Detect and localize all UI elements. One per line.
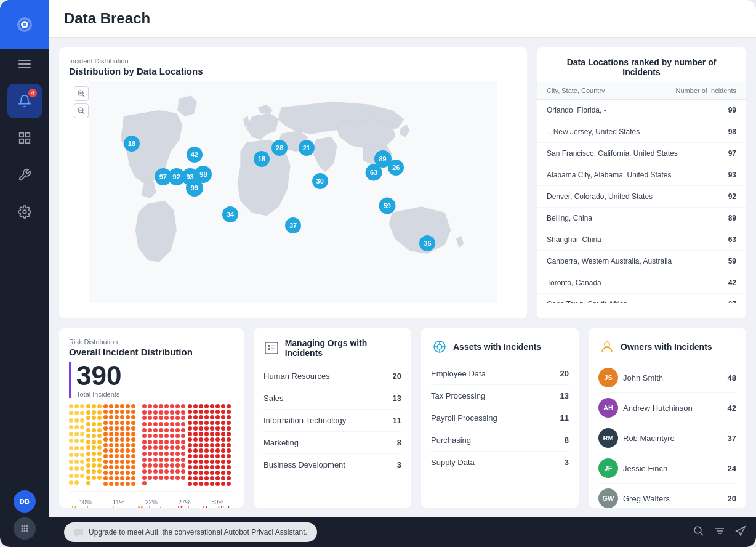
content-area: Incident Distribution Distribution by Da… — [49, 38, 756, 517]
map-marker-34[interactable]: 34 — [222, 206, 238, 222]
chat-text: Upgrade to meet Auti, the conversational… — [89, 528, 307, 537]
map-marker-36[interactable]: 36 — [419, 235, 435, 251]
svg-rect-33 — [271, 350, 273, 351]
map-marker-18-na[interactable]: 18 — [124, 136, 140, 152]
sidebar-nav: 4 — [7, 79, 42, 483]
dot-section — [86, 404, 102, 486]
risk-level-item: 22% Moderate 90 — [135, 496, 168, 508]
col-city-label: City, State, Country — [547, 87, 605, 94]
owner-avatar: GW — [598, 488, 618, 508]
risk-card: Risk Distribution Overall Incident Distr… — [59, 328, 244, 508]
risk-total-label: Total Incidents — [76, 391, 121, 398]
map-marker-26[interactable]: 26 — [388, 160, 404, 176]
navigate-button[interactable] — [735, 525, 746, 539]
user-avatar[interactable]: DB — [14, 490, 36, 513]
owner-avatar: JS — [598, 368, 618, 387]
svg-point-9 — [23, 210, 26, 214]
sidebar-item-tools[interactable] — [7, 158, 42, 192]
col-incidents-label: Number of Incidents — [676, 87, 736, 94]
ranking-row: Toronto, Canada 42 — [537, 272, 746, 294]
orgs-list-item: Human Resources 20 — [263, 365, 401, 387]
map-marker-18-eu[interactable]: 18 — [254, 151, 270, 167]
sidebar-logo[interactable] — [0, 0, 49, 49]
ranking-row: Alabama City, Alabama, United States 93 — [537, 164, 746, 186]
sidebar-item-dashboard[interactable] — [7, 121, 42, 155]
sidebar-item-settings[interactable] — [7, 195, 42, 229]
owner-count: 20 — [728, 494, 736, 503]
map-marker-37[interactable]: 37 — [285, 217, 301, 233]
rankings-header: Data Locations ranked by number of Incid… — [537, 47, 746, 82]
alerts-badge: 4 — [28, 89, 37, 97]
svg-line-42 — [701, 533, 704, 536]
risk-level-item: 27% High 105 — [168, 496, 201, 508]
page-title: Data Breach — [64, 10, 741, 27]
orgs-list-item: Marketing 8 — [263, 432, 401, 454]
assets-list-item: Purchasing 8 — [431, 429, 569, 452]
owner-name: Jessie Finch — [623, 464, 723, 473]
owner-count: 24 — [728, 464, 736, 473]
orgs-list: Human Resources 20 Sales 13 Information … — [263, 365, 401, 476]
orgs-list-item: Information Technology 11 — [263, 410, 401, 432]
sidebar-item-alerts[interactable]: 4 — [7, 84, 42, 118]
apps-icon[interactable] — [14, 517, 36, 540]
map-marker-59[interactable]: 59 — [379, 197, 395, 214]
svg-point-13 — [22, 528, 23, 530]
zoom-in-button[interactable] — [74, 86, 89, 101]
ranking-row: Canberra, Western Australia, Australia 5… — [537, 251, 746, 272]
svg-rect-30 — [271, 345, 275, 346]
svg-point-41 — [694, 527, 701, 533]
risk-total-section: 390 Total Incidents — [69, 362, 234, 398]
map-marker-99[interactable]: 99 — [186, 179, 203, 197]
zoom-out-button[interactable] — [74, 103, 89, 118]
map-marker-28[interactable]: 28 — [271, 140, 288, 156]
menu-icon[interactable] — [0, 49, 49, 79]
svg-rect-28 — [268, 345, 270, 347]
svg-rect-29 — [268, 348, 270, 350]
sidebar-bottom: DB — [14, 483, 36, 547]
risk-level-item: 10% Very Low 35 — [69, 496, 102, 508]
owner-count: 48 — [728, 373, 736, 383]
svg-point-40 — [605, 342, 609, 347]
dot-section — [103, 404, 140, 486]
app-container: 4 — [0, 0, 756, 547]
owner-row: JF Jessie Finch 24 — [598, 453, 736, 484]
owners-title: Owners with Incidents — [621, 342, 712, 352]
risk-total-number: 390 — [76, 362, 121, 389]
owner-row: AH Andrew Hutchinson 42 — [598, 393, 736, 423]
chat-bubble-icon — [74, 527, 84, 537]
map-marker-42[interactable]: 42 — [187, 147, 203, 163]
svg-rect-32 — [271, 348, 275, 349]
svg-rect-2 — [18, 60, 31, 61]
map-marker-63[interactable]: 63 — [366, 164, 382, 180]
orgs-list-item: Sales 13 — [263, 387, 401, 410]
main-content: Data Breach Incident Distribution Distri… — [49, 0, 756, 547]
filter-button[interactable] — [714, 525, 725, 539]
map-title: Distribution by Data Locations — [69, 66, 517, 76]
dot-grid — [69, 404, 234, 486]
risk-title: Overall Incident Distribution — [69, 347, 234, 357]
svg-rect-8 — [26, 139, 30, 143]
rankings-list[interactable]: Orlando, Florida, - 99 -, New Jersey, Un… — [537, 100, 746, 303]
ranking-row: San Francisco, California, United States… — [537, 143, 746, 164]
bottom-section: Risk Distribution Overall Incident Distr… — [59, 328, 746, 508]
owner-avatar: JF — [598, 458, 618, 478]
svg-point-10 — [22, 525, 23, 527]
search-button[interactable] — [693, 525, 704, 539]
owner-row: GW Greg Walters 20 — [598, 484, 736, 508]
dot-section — [69, 404, 84, 486]
svg-rect-7 — [20, 139, 23, 143]
risk-levels: 10% Very Low 35 11% Low 40 22% Moderate … — [69, 491, 234, 508]
chat-bubble[interactable]: Upgrade to meet Auti, the conversational… — [64, 522, 317, 542]
owners-list: JS John Smith 48 AH Andrew Hutchinson 42… — [598, 363, 736, 508]
svg-rect-5 — [20, 133, 23, 137]
svg-point-14 — [24, 528, 26, 530]
owner-avatar: AH — [598, 398, 618, 418]
risk-level-item: 30% Very High 120 — [201, 496, 234, 508]
owner-name: John Smith — [623, 373, 723, 383]
dot-section — [142, 404, 185, 486]
assets-icon — [431, 338, 448, 355]
ranking-row: Beijing, China 89 — [537, 208, 746, 229]
ranking-row: -, New Jersey, United States 98 — [537, 121, 746, 143]
map-marker-21[interactable]: 21 — [299, 140, 315, 156]
map-marker-30[interactable]: 30 — [312, 173, 328, 189]
